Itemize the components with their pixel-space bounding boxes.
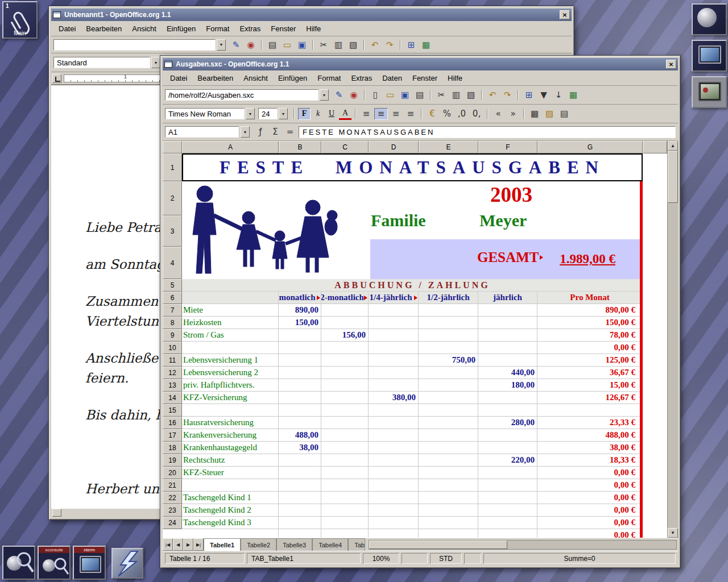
cell-C22[interactable] xyxy=(321,492,369,504)
cell-B13[interactable] xyxy=(279,379,321,392)
cell-F20[interactable] xyxy=(478,467,537,479)
cell-G14[interactable]: 126,67 € xyxy=(537,392,643,404)
cell-E20[interactable] xyxy=(419,467,478,479)
cell-C14[interactable] xyxy=(321,392,369,404)
vertical-scroll-thumb[interactable] xyxy=(668,151,678,203)
cell-B16[interactable] xyxy=(279,417,321,429)
calc-menu-bearbeiten[interactable]: Bearbeiten xyxy=(192,72,238,85)
cell-D12[interactable] xyxy=(369,367,419,379)
column-header-f[interactable]: F xyxy=(478,141,537,153)
column-header-d[interactable]: D xyxy=(369,141,419,153)
gallery-icon[interactable]: ▦ xyxy=(566,89,580,101)
first-sheet-icon[interactable]: |◀ xyxy=(163,538,173,551)
paste-icon[interactable]: ▧ xyxy=(464,89,478,101)
cell-B20[interactable] xyxy=(279,467,321,479)
task-xterm[interactable]: xterm xyxy=(73,546,106,580)
cell-A19[interactable]: Rechtschutz xyxy=(182,454,279,467)
cell-A10[interactable] xyxy=(182,342,279,354)
column-header-b[interactable]: B xyxy=(279,141,321,153)
calc-menu-daten[interactable]: Daten xyxy=(377,72,407,85)
cell-B24[interactable] xyxy=(279,517,321,529)
cell-D25[interactable] xyxy=(369,529,419,538)
previous-sheet-icon[interactable]: ◀ xyxy=(173,538,183,551)
workspace-pager-main[interactable]: 1 Main xyxy=(2,1,38,39)
equals-icon[interactable]: = xyxy=(283,126,297,138)
cell-F24[interactable] xyxy=(478,517,537,529)
gallery-icon[interactable]: ▦ xyxy=(419,39,433,51)
row-header-2[interactable]: 2 xyxy=(163,181,182,215)
sheet-tab-tabelle2[interactable]: Tabelle2 xyxy=(241,538,276,551)
autofilter-icon[interactable]: ▼ xyxy=(537,89,551,101)
cell-reference-dropdown-icon[interactable]: ▼ xyxy=(241,126,250,138)
stop-loading-icon[interactable]: ◉ xyxy=(244,39,258,51)
calc-menu-extras[interactable]: Extras xyxy=(346,72,377,85)
cell-F25[interactable] xyxy=(478,529,537,538)
row-header-15[interactable]: 15 xyxy=(163,404,182,417)
navigator-icon[interactable]: ⊞ xyxy=(404,39,418,51)
cell-B10[interactable] xyxy=(279,342,321,354)
percent-format-icon[interactable]: % xyxy=(440,108,454,120)
column-header-partial[interactable] xyxy=(643,141,667,153)
cell-D15[interactable] xyxy=(369,404,419,417)
row-header-22[interactable]: 22 xyxy=(163,492,182,504)
bold-button[interactable]: F xyxy=(298,108,311,120)
row-header-6[interactable]: 6 xyxy=(163,292,182,304)
print-icon[interactable]: ▤ xyxy=(413,89,427,101)
cell-D8[interactable] xyxy=(369,317,419,329)
italic-button[interactable]: k xyxy=(312,108,324,120)
cell-F11[interactable] xyxy=(478,354,537,367)
cell-A16[interactable]: Hausratversicherung xyxy=(182,417,279,429)
column-header-a[interactable]: A xyxy=(182,141,279,153)
writer-menu-hilfe[interactable]: Hilfe xyxy=(301,22,326,35)
cell-D23[interactable] xyxy=(369,504,419,517)
row-header-10[interactable]: 10 xyxy=(163,342,182,354)
cell-B8[interactable]: 150,00 xyxy=(279,317,321,329)
dock-sphere-icon[interactable] xyxy=(692,3,727,35)
cell-D17[interactable] xyxy=(369,429,419,442)
cell-C21[interactable] xyxy=(321,479,369,492)
cell-A23[interactable]: Taschengeld Kind 2 xyxy=(182,504,279,517)
delete-decimal-icon[interactable]: 0, xyxy=(470,108,483,120)
cell-C15[interactable] xyxy=(321,404,369,417)
cell-C8[interactable] xyxy=(321,317,369,329)
cell-A1-selected[interactable]: FESTE MONATSAUSGABEN xyxy=(182,153,643,181)
row-header-23[interactable]: 23 xyxy=(163,504,182,517)
borders-icon[interactable]: ▦ xyxy=(528,108,541,120)
cell-C24[interactable] xyxy=(321,517,369,529)
sort-ascending-icon[interactable]: ↓ xyxy=(552,89,565,101)
cell-A11[interactable]: Lebensversicherung 1 xyxy=(182,354,279,367)
background-color-icon[interactable]: ▨ xyxy=(543,108,556,120)
writer-url-combo[interactable] xyxy=(53,39,216,51)
cell-A7[interactable]: Miete xyxy=(182,304,279,317)
underline-button[interactable]: U xyxy=(325,108,338,120)
row-header-14[interactable]: 14 xyxy=(163,392,182,404)
calc-menu-fenster[interactable]: Fenster xyxy=(407,72,442,85)
cell-G16[interactable]: 23,33 € xyxy=(537,417,643,429)
row-header-18[interactable]: 18 xyxy=(163,442,182,454)
cell-B18[interactable]: 38,00 xyxy=(279,442,321,454)
cell-D24[interactable] xyxy=(369,517,419,529)
cell-G21[interactable]: 0,00 € xyxy=(537,479,643,492)
cell-E13[interactable] xyxy=(419,379,478,392)
cell-D9[interactable] xyxy=(369,329,419,342)
cell-A14[interactable]: KFZ-Versicherung xyxy=(182,392,279,404)
calc-titlebar[interactable]: Ausgaben.sxc - OpenOffice.org 1.1 ✕ xyxy=(163,58,678,70)
cell-G17[interactable]: 488,00 € xyxy=(537,429,643,442)
calc-menu-datei[interactable]: Datei xyxy=(165,72,192,85)
align-right-icon[interactable]: ≡ xyxy=(389,108,403,120)
row-header-17[interactable]: 17 xyxy=(163,429,182,442)
cell-A17[interactable]: Krankenversicherung xyxy=(182,429,279,442)
next-sheet-icon[interactable]: ▶ xyxy=(183,538,193,551)
cell-C18[interactable] xyxy=(321,442,369,454)
cell-F13[interactable]: 180,00 xyxy=(478,379,537,392)
currency-format-icon[interactable]: € xyxy=(425,108,439,120)
cell-C10[interactable] xyxy=(321,342,369,354)
cell-A18[interactable]: Krankenhaustagegeld xyxy=(182,442,279,454)
horizontal-scrollbar[interactable] xyxy=(369,540,677,550)
calc-system-menu-icon[interactable] xyxy=(164,61,172,68)
copy-icon[interactable]: ▥ xyxy=(332,39,345,51)
function-wizard-icon[interactable]: ƒ xyxy=(254,126,267,138)
cell-D14[interactable]: 380,00 xyxy=(369,392,419,404)
font-name-combo[interactable]: Times New Roman xyxy=(165,108,245,119)
row-header-9[interactable]: 9 xyxy=(163,329,182,342)
